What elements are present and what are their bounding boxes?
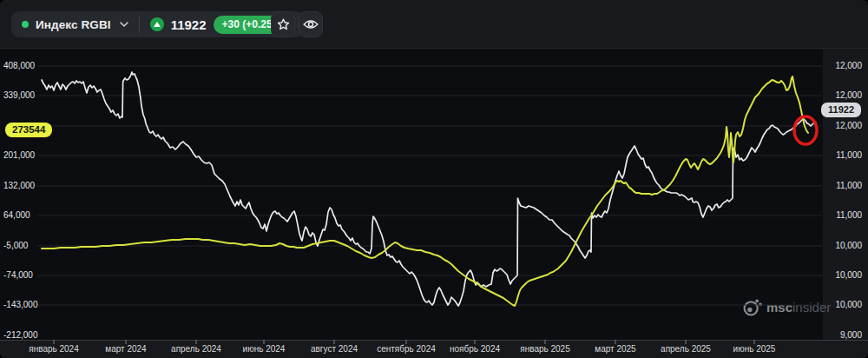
right-axis-label: 10,000 <box>835 240 862 252</box>
right-axis-label: 11,000 <box>836 149 862 162</box>
chart-window: Индекс RGBI 11922 +30 (+0.25%) <box>0 0 868 358</box>
left-axis-label: -212,000 <box>3 329 37 341</box>
index-rgbi-white-line <box>42 72 816 306</box>
left-axis-label: -143,000 <box>3 299 37 311</box>
left-axis-label: -74,000 <box>3 269 33 282</box>
right-axis-label: 11,000 <box>836 209 862 222</box>
right-axis-label: 12,000 <box>835 90 862 102</box>
left-axis-label: 408,000 <box>3 60 35 72</box>
left-axis-label: 64,000 <box>3 209 30 222</box>
right-price-tag: 11922 <box>821 103 861 117</box>
left-axis-label: 339,000 <box>3 90 35 102</box>
right-axis-label: 10,000 <box>835 269 862 282</box>
right-axis-label: 11,000 <box>836 180 862 192</box>
left-axis-yellow-line <box>42 76 808 306</box>
left-axis-label: -5,000 <box>3 240 28 252</box>
right-axis-label: 12,000 <box>835 120 862 132</box>
left-price-tag: 273544 <box>5 123 52 137</box>
left-axis-label: 132,000 <box>3 180 35 192</box>
right-axis-label: 12,000 <box>835 60 862 72</box>
right-axis-label: 9,000 <box>840 329 862 341</box>
left-axis-label: 201,000 <box>3 149 35 162</box>
chart-canvas[interactable] <box>0 0 868 358</box>
right-axis-label: 10,000 <box>835 299 862 311</box>
x-axis-label: июнь 2025 <box>707 344 802 354</box>
